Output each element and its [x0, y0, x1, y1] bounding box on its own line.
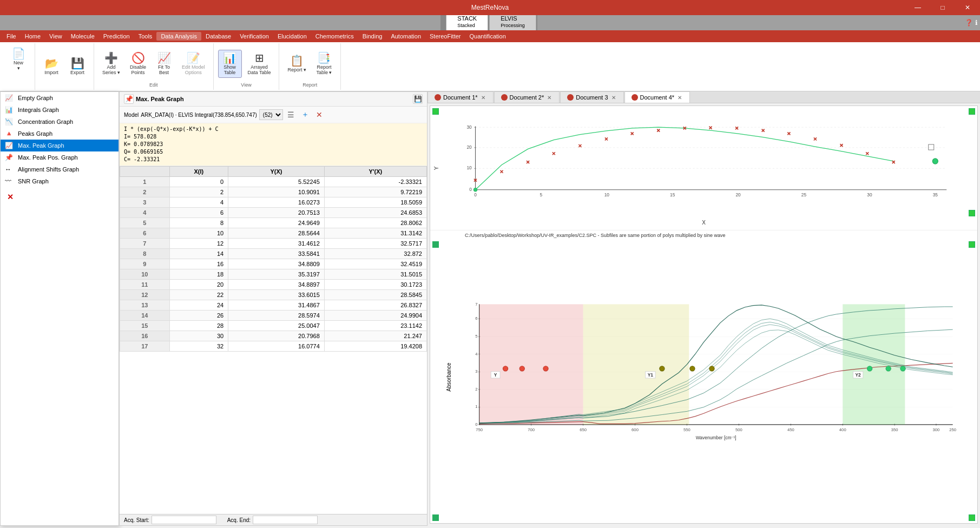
- cell-x: 28: [169, 321, 228, 331]
- menu-molecule[interactable]: Molecule: [67, 32, 99, 41]
- help-icon[interactable]: ❓: [965, 19, 973, 27]
- import-button[interactable]: 📂 Import: [40, 55, 63, 78]
- export-button[interactable]: 💾 Export: [65, 55, 89, 78]
- maximize-button[interactable]: □: [930, 0, 955, 15]
- svg-text:0: 0: [469, 187, 472, 192]
- snr-icon: 〰: [5, 177, 11, 185]
- info-icon[interactable]: ℹ: [975, 19, 978, 27]
- edit-model-button[interactable]: 📝 Edit ModelOptions: [178, 50, 209, 78]
- table-row[interactable]: 10 18 35.3197 31.5015: [120, 269, 427, 280]
- table-row[interactable]: 1 0 5.52245 -2.33321: [120, 177, 427, 187]
- spectrum-corner-tr[interactable]: [969, 241, 975, 248]
- svg-point-111: [886, 366, 891, 371]
- doc-tab-3[interactable]: Document 3 ✕: [560, 91, 623, 103]
- menu-binding[interactable]: Binding: [358, 32, 387, 41]
- cell-x: 18: [169, 269, 228, 280]
- add-row-button[interactable]: ＋: [299, 109, 311, 121]
- cell-index: 4: [120, 208, 170, 218]
- menu-elucidation[interactable]: Elucidation: [273, 32, 311, 41]
- table-row[interactable]: 16 30 20.7968 21.247: [120, 331, 427, 341]
- svg-text:450: 450: [787, 427, 794, 432]
- doc-tab-2[interactable]: Document 2* ✕: [494, 91, 560, 103]
- menu-concentration-graph[interactable]: 📉 Concentration Graph: [1, 116, 119, 128]
- menu-tools[interactable]: Tools: [134, 32, 157, 41]
- table-row[interactable]: 12 22 33.6015 28.5845: [120, 290, 427, 300]
- list-icon[interactable]: ☰: [285, 109, 297, 121]
- svg-text:750: 750: [476, 427, 483, 432]
- menu-max-peak-pos-graph[interactable]: 📌 Max. Peak Pos. Graph: [1, 151, 119, 163]
- table-row[interactable]: 13 24 31.4867 26.8327: [120, 300, 427, 311]
- disable-points-button[interactable]: 🚫 DisablePoints: [126, 50, 150, 78]
- minimize-button[interactable]: —: [905, 0, 930, 15]
- spectrum-corner-bl[interactable]: [432, 514, 439, 521]
- table-row[interactable]: 11 20 34.8897 30.1723: [120, 280, 427, 290]
- svg-text:10: 10: [604, 192, 610, 197]
- doc1-close[interactable]: ✕: [480, 95, 486, 101]
- acq-start-input[interactable]: [152, 516, 216, 524]
- scatter-corner-tr[interactable]: [969, 108, 975, 115]
- menu-stereofitter[interactable]: StereoFitter: [425, 32, 465, 41]
- table-row[interactable]: 8 14 33.5841 32.872: [120, 249, 427, 259]
- menu-file[interactable]: File: [2, 32, 21, 41]
- menu-alignment-shifts[interactable]: ↔ Alignment Shifts Graph: [1, 163, 119, 175]
- menu-chemometrics[interactable]: Chemometrics: [311, 32, 358, 41]
- delete-row-button[interactable]: ✕: [313, 109, 325, 121]
- arrayed-table-button[interactable]: ⊞ ArrayedData Table: [244, 50, 275, 78]
- menu-integrals-graph[interactable]: 📊 Integrals Graph: [1, 104, 119, 116]
- doc-tab-4[interactable]: Document 4* ✕: [624, 91, 690, 103]
- menu-verification[interactable]: Verification: [235, 32, 273, 41]
- menu-data-analysis[interactable]: Data Analysis: [156, 32, 201, 41]
- table-row[interactable]: 3 4 16.0273 18.5059: [120, 197, 427, 208]
- cell-ypx: 30.1723: [324, 280, 426, 290]
- table-row[interactable]: 15 28 25.0047 23.1142: [120, 321, 427, 331]
- scatter-corner-br[interactable]: [969, 210, 975, 216]
- table-row[interactable]: 7 12 31.4612 32.5717: [120, 239, 427, 249]
- table-row[interactable]: 14 26 28.5974 24.9904: [120, 311, 427, 321]
- acq-bar: Acq. Start: Acq. End:: [120, 514, 427, 525]
- close-dropdown-button[interactable]: ✕: [5, 192, 16, 202]
- menu-max-peak-graph[interactable]: 📈 Max. Peak Graph: [1, 140, 119, 151]
- doc2-close[interactable]: ✕: [546, 95, 553, 101]
- cell-ypx: 9.72219: [324, 187, 426, 197]
- cell-yx: 28.5644: [228, 228, 325, 239]
- add-series-button[interactable]: ➕ AddSeries ▾: [98, 50, 124, 78]
- data-panel: 📌 Max. Peak Graph 💾 Model ARK_DATA(I) · …: [119, 91, 427, 526]
- report-table-button[interactable]: 📑 ReportTable ▾: [312, 50, 336, 78]
- menu-view[interactable]: View: [45, 32, 67, 41]
- disable-icon: 🚫: [131, 52, 145, 63]
- menu-prediction[interactable]: Prediction: [99, 32, 134, 41]
- table-row[interactable]: 9 16 34.8809 32.4519: [120, 259, 427, 269]
- doc-tab-1[interactable]: Document 1* ✕: [427, 91, 494, 103]
- table-row[interactable]: 4 6 20.7513 24.6853: [120, 208, 427, 218]
- table-row[interactable]: 17 32 16.0774 19.4208: [120, 341, 427, 352]
- show-table-button[interactable]: 📊 ShowTable: [218, 50, 242, 78]
- acq-end-input[interactable]: [253, 516, 318, 524]
- scatter-corner-tl[interactable]: [432, 108, 439, 115]
- title-bar: MestReNova — □ ✕: [0, 0, 980, 15]
- svg-text:350: 350: [891, 427, 898, 432]
- report-button[interactable]: 📋 Report ▾: [284, 52, 310, 75]
- region-y1: [583, 304, 689, 425]
- table-row[interactable]: 6 10 28.5644 31.3142: [120, 228, 427, 239]
- close-button[interactable]: ✕: [955, 0, 980, 15]
- panel-save-button[interactable]: 💾: [413, 94, 423, 104]
- menu-empty-graph[interactable]: 📈 Empty Graph: [1, 92, 119, 104]
- fit-to-best-button[interactable]: 📈 Fit ToBest: [152, 50, 176, 78]
- spectrum-corner-br[interactable]: [969, 514, 975, 521]
- doc4-close[interactable]: ✕: [676, 95, 683, 101]
- table-container[interactable]: X(I) Y(X) Y'(X) 1 0 5.52245 -2.33321 2 2…: [120, 166, 427, 514]
- series-selector[interactable]: (52): [259, 109, 283, 120]
- new-button[interactable]: 📄 New ▾: [6, 45, 30, 74]
- table-row[interactable]: 5 8 24.9649 28.8062: [120, 218, 427, 228]
- menu-database[interactable]: Database: [201, 32, 235, 41]
- menu-automation[interactable]: Automation: [386, 32, 425, 41]
- doc3-close[interactable]: ✕: [610, 95, 617, 101]
- panel-pin-button[interactable]: 📌: [124, 94, 134, 104]
- menu-peaks-graph[interactable]: 🔺 Peaks Graph: [1, 128, 119, 140]
- table-row[interactable]: 2 2 10.9091 9.72219: [120, 187, 427, 197]
- menu-home[interactable]: Home: [21, 32, 45, 41]
- spectrum-corner-tl[interactable]: [432, 241, 439, 248]
- menu-quantification[interactable]: Quantification: [465, 32, 510, 41]
- menu-snr-graph[interactable]: 〰 SNR Graph: [1, 175, 119, 187]
- svg-text:35: 35: [933, 192, 938, 197]
